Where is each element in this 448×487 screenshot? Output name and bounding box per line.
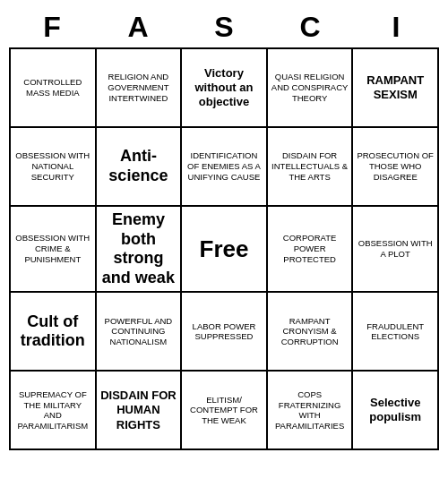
bingo-cell-text-0: CONTROLLED MASS MEDIA <box>14 77 91 98</box>
bingo-cell-18[interactable]: RAMPANT CRONYISM & CORRUPTION <box>268 293 354 372</box>
bingo-cell-text-6: Anti-science <box>100 147 177 185</box>
bingo-cell-text-8: DISDAIN FOR INTELLECTUALS & THE ARTS <box>271 150 349 183</box>
bingo-cell-20[interactable]: SUPREMACY OF THE MILITARY AND PARAMILITA… <box>11 372 97 450</box>
bingo-cell-text-3: Quasi religion and conspiracy theory <box>271 72 349 104</box>
bingo-cell-5[interactable]: OBSESSION WITH NATIONAL SECURITY <box>11 128 97 207</box>
bingo-grid: CONTROLLED MASS MEDIARELIGION AND GOVERN… <box>9 47 439 450</box>
header-f: F <box>9 7 95 47</box>
bingo-cell-text-23: Cops fraternizing with paramilitaries <box>271 389 349 432</box>
bingo-cell-text-19: FRAUDULENT ELECTIONS <box>357 321 434 343</box>
bingo-cell-14[interactable]: OBSESSION with a plot <box>353 207 439 293</box>
header-row: F A S C I <box>9 7 439 47</box>
bingo-cell-1[interactable]: RELIGION AND GOVERNMENT INTERTWINED <box>97 49 183 128</box>
bingo-cell-16[interactable]: POWERFUL AND CONTINUING NATIONALISM <box>97 293 183 372</box>
bingo-cell-6[interactable]: Anti-science <box>97 128 183 207</box>
bingo-cell-text-5: OBSESSION WITH NATIONAL SECURITY <box>14 150 91 183</box>
bingo-cell-text-13: CORPORATE POWER PROTECTED <box>271 233 349 265</box>
bingo-cell-text-9: Prosecution of those who disagree <box>357 150 434 183</box>
bingo-cell-12[interactable]: Free <box>182 207 268 293</box>
bingo-cell-23[interactable]: Cops fraternizing with paramilitaries <box>268 372 354 450</box>
bingo-cell-text-15: Cult of tradition <box>14 312 91 351</box>
header-a: A <box>95 7 181 47</box>
bingo-cell-text-20: SUPREMACY OF THE MILITARY AND PARAMILITA… <box>14 389 91 432</box>
bingo-cell-text-12: Free <box>200 235 249 264</box>
bingo-cell-text-14: OBSESSION with a plot <box>357 238 434 260</box>
bingo-cell-21[interactable]: DISDAIN FOR HUMAN RIGHTS <box>97 372 183 450</box>
bingo-cell-4[interactable]: RAMPANT SEXISM <box>353 49 439 128</box>
bingo-cell-13[interactable]: CORPORATE POWER PROTECTED <box>268 207 354 293</box>
bingo-cell-text-7: IDENTIFICATION OF ENEMIES AS A UNIFYING … <box>185 150 263 183</box>
bingo-cell-2[interactable]: Victory without an objective <box>182 49 268 128</box>
bingo-cell-text-18: RAMPANT CRONYISM & CORRUPTION <box>271 316 349 348</box>
bingo-cell-text-2: Victory without an objective <box>185 66 263 110</box>
bingo-cell-0[interactable]: CONTROLLED MASS MEDIA <box>11 49 97 128</box>
bingo-cell-15[interactable]: Cult of tradition <box>11 293 97 372</box>
bingo-cell-text-22: Elitism/ contempt for the weak <box>185 395 263 427</box>
bingo-cell-22[interactable]: Elitism/ contempt for the weak <box>182 372 268 450</box>
bingo-cell-10[interactable]: OBSESSION WITH CRIME & PUNISHMENT <box>11 207 97 293</box>
bingo-cell-3[interactable]: Quasi religion and conspiracy theory <box>268 49 354 128</box>
bingo-cell-9[interactable]: Prosecution of those who disagree <box>353 128 439 207</box>
bingo-cell-19[interactable]: FRAUDULENT ELECTIONS <box>353 293 439 372</box>
bingo-cell-7[interactable]: IDENTIFICATION OF ENEMIES AS A UNIFYING … <box>182 128 268 207</box>
bingo-cell-text-17: LABOR POWER SUPPRESSED <box>185 321 263 343</box>
header-i: I <box>353 7 439 47</box>
bingo-card: F A S C I CONTROLLED MASS MEDIARELIGION … <box>9 7 439 450</box>
bingo-cell-text-10: OBSESSION WITH CRIME & PUNISHMENT <box>14 233 91 265</box>
header-c: C <box>267 7 353 47</box>
bingo-cell-text-16: POWERFUL AND CONTINUING NATIONALISM <box>100 316 177 348</box>
bingo-cell-8[interactable]: DISDAIN FOR INTELLECTUALS & THE ARTS <box>268 128 354 207</box>
bingo-cell-text-24: Selective populism <box>357 396 434 425</box>
bingo-cell-text-11: Enemy both strong and weak <box>100 210 177 287</box>
bingo-cell-24[interactable]: Selective populism <box>353 372 439 450</box>
header-s: S <box>181 7 267 47</box>
bingo-cell-17[interactable]: LABOR POWER SUPPRESSED <box>182 293 268 372</box>
bingo-cell-text-4: RAMPANT SEXISM <box>357 73 434 103</box>
bingo-cell-11[interactable]: Enemy both strong and weak <box>97 207 183 293</box>
bingo-cell-text-21: DISDAIN FOR HUMAN RIGHTS <box>100 389 177 432</box>
bingo-cell-text-1: RELIGION AND GOVERNMENT INTERTWINED <box>100 72 177 104</box>
